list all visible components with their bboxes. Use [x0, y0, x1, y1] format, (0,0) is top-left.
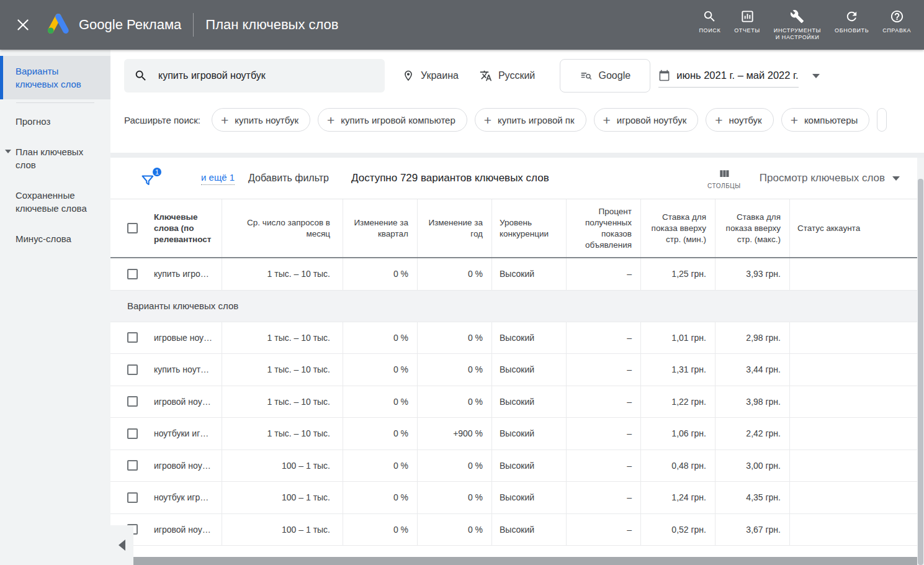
- table-row[interactable]: ноутбук игр… 100 – 1 тыс. 0 % 0 % Высоки…: [110, 482, 917, 514]
- sidebar-item-forecast[interactable]: Прогноз: [0, 106, 110, 137]
- account-status-cell: [790, 418, 917, 450]
- table-header-row: Ключевые слова (по релевантност Ср. числ…: [110, 199, 917, 258]
- add-filter-button[interactable]: Добавить фильтр: [248, 173, 329, 184]
- location-button[interactable]: Украина: [402, 70, 459, 82]
- header-avg-searches[interactable]: Ср. число запросов в месяц: [222, 199, 343, 257]
- close-icon[interactable]: [15, 17, 31, 33]
- help-action-button[interactable]: СПРАВКА: [882, 9, 911, 34]
- suggestion-chip[interactable]: + компьютеры: [781, 108, 870, 132]
- tools-action-button[interactable]: ИНСТРУМЕНТЫ И НАСТРОЙКИ: [774, 9, 821, 41]
- search-action-button[interactable]: ПОИСК: [699, 9, 721, 34]
- sidebar-item-negative-keywords[interactable]: Минус-слова: [0, 224, 110, 254]
- chevron-down-icon[interactable]: [5, 150, 11, 153]
- sidebar-item-keyword-ideas[interactable]: Варианты ключевых слов: [0, 56, 110, 99]
- table-row[interactable]: ноутбуки иг… 1 тыс. – 10 тыс. 0 % +900 %…: [110, 418, 917, 450]
- reports-icon: [740, 9, 755, 24]
- table-row[interactable]: игровой ноу… 100 – 1 тыс. 0 % 0 % Высоки…: [110, 450, 917, 482]
- suggestion-chip[interactable]: + купить игровой пк: [475, 108, 586, 132]
- row-checkbox[interactable]: [127, 460, 138, 471]
- year-change-cell: 0 %: [418, 450, 492, 482]
- partial-chip[interactable]: [877, 108, 887, 132]
- quarter-change-cell: 0 %: [343, 450, 418, 482]
- vertical-scrollbar-thumb[interactable]: [918, 179, 923, 565]
- tools-action-label: ИНСТРУМЕНТЫ И НАСТРОЙКИ: [774, 27, 821, 41]
- columns-icon: [718, 168, 730, 180]
- quarter-change-cell: 0 %: [343, 354, 418, 386]
- plus-icon: +: [484, 114, 491, 127]
- top-bid-min-cell: 1,06 грн.: [641, 418, 715, 450]
- location-pin-icon: [402, 70, 415, 82]
- top-bid-max-cell: 2,98 грн.: [715, 322, 790, 354]
- expand-search-label: Расширьте поиск:: [124, 115, 200, 125]
- row-checkbox[interactable]: [127, 269, 138, 279]
- suggestion-chip-label: купить игровой пк: [498, 115, 575, 125]
- keyword-text: купить игро…: [154, 269, 209, 279]
- main-content: Украина Русский Google июнь 2021 г. – ма…: [110, 50, 924, 565]
- suggestion-chip[interactable]: + купить ноутбук: [212, 108, 310, 132]
- impression-share-cell: –: [567, 322, 641, 354]
- sidebar-item-saved-keywords[interactable]: Сохраненные ключевые слова: [0, 180, 110, 224]
- date-range-selector[interactable]: июнь 2021 г. – май 2022 г.: [658, 64, 819, 88]
- suggestion-chip-label: компьютеры: [804, 115, 858, 125]
- header-top-bid-min[interactable]: Ставка для показа вверху стр. (мин.): [641, 199, 715, 257]
- header-account-status[interactable]: Статус аккаунта: [790, 199, 917, 257]
- table-row[interactable]: купить ноут… 1 тыс. – 10 тыс. 0 % 0 % Вы…: [110, 354, 917, 386]
- keyword-cell: купить игро…: [110, 258, 222, 290]
- chevron-down-icon: [892, 176, 900, 181]
- row-checkbox[interactable]: [127, 396, 138, 407]
- select-all-checkbox[interactable]: [127, 223, 138, 233]
- table-row[interactable]: игровые ноу… 1 тыс. – 10 тыс. 0 % 0 % Вы…: [110, 322, 917, 355]
- header-top-bid-max[interactable]: Ставка для показа вверху стр. (макс.): [715, 199, 790, 257]
- table-row[interactable]: игровой ноу… 100 – 1 тыс. 0 % 0 % Высоки…: [110, 514, 917, 546]
- more-filters-link[interactable]: и ещё 1: [201, 172, 235, 185]
- keyword-view-label: Просмотр ключевых слов: [760, 172, 885, 184]
- account-keyword-row[interactable]: купить игро… 1 тыс. – 10 тыс. 0 % 0 % Вы…: [110, 258, 917, 291]
- horizontal-scrollbar-thumb[interactable]: [133, 557, 924, 565]
- account-status-cell: [790, 514, 917, 546]
- impression-share-cell: –: [567, 354, 641, 386]
- header-keyword-label[interactable]: Ключевые слова (по релевантност: [154, 212, 221, 245]
- competition-cell: Высокий: [492, 482, 567, 513]
- keyword-ideas-section-row: Варианты ключевых слов: [110, 291, 917, 322]
- header-competition[interactable]: Уровень конкуренции: [492, 199, 567, 257]
- keyword-search-box[interactable]: [124, 59, 385, 93]
- columns-button-label: СТОЛБЦЫ: [707, 183, 741, 189]
- row-checkbox[interactable]: [127, 428, 138, 439]
- row-checkbox[interactable]: [127, 364, 138, 375]
- topbar-actions: ПОИСК ОТЧЕТЫ ИНСТРУМЕНТЫ И НАСТРОЙКИ ОБН…: [693, 9, 924, 41]
- header-quarter-change[interactable]: Изменение за квартал: [343, 199, 418, 257]
- keyword-cell: игровые ноу…: [110, 322, 222, 354]
- table-row[interactable]: игровой ноу… 1 тыс. – 10 тыс. 0 % 0 % Вы…: [110, 386, 917, 418]
- suggestion-chip[interactable]: + ноутбук: [706, 108, 773, 132]
- top-bid-max-cell: 3,98 грн.: [715, 386, 790, 418]
- row-checkbox[interactable]: [127, 492, 138, 503]
- columns-button[interactable]: СТОЛБЦЫ: [707, 168, 741, 189]
- competition-cell: Высокий: [492, 386, 567, 418]
- language-value: Русский: [498, 70, 535, 81]
- top-bid-min-cell: 1,25 грн.: [641, 258, 715, 290]
- keyword-search-input[interactable]: [157, 70, 375, 82]
- vertical-scrollbar: [917, 158, 924, 565]
- year-change-cell: 0 %: [418, 258, 492, 290]
- language-button[interactable]: Русский: [480, 70, 535, 82]
- network-selector[interactable]: Google: [560, 59, 650, 93]
- plus-icon: +: [791, 114, 798, 127]
- topbar: Google Реклама План ключевых слов ПОИСК …: [0, 0, 924, 50]
- header-impression-share[interactable]: Процент полученных показов объявления: [567, 199, 641, 257]
- refresh-action-button[interactable]: ОБНОВИТЬ: [835, 9, 869, 34]
- scroll-left-button[interactable]: [110, 525, 133, 565]
- horizontal-scrollbar: [133, 557, 924, 565]
- year-change-cell: 0 %: [418, 322, 492, 354]
- search-icon: [702, 9, 717, 24]
- reports-action-button[interactable]: ОТЧЕТЫ: [734, 9, 760, 34]
- suggestion-chip[interactable]: + игровой ноутбук: [594, 108, 699, 132]
- refresh-icon: [845, 9, 859, 24]
- row-checkbox[interactable]: [127, 332, 138, 343]
- keyword-view-dropdown[interactable]: Просмотр ключевых слов: [760, 172, 900, 184]
- sidebar-item-keyword-plan[interactable]: План ключевых слов: [0, 137, 110, 180]
- brand-name: Google Реклама: [79, 17, 181, 33]
- header-year-change[interactable]: Изменение за год: [418, 199, 492, 257]
- impression-share-cell: –: [567, 482, 641, 513]
- filter-funnel-button[interactable]: 1: [140, 168, 158, 188]
- suggestion-chip[interactable]: + купить игровой компьютер: [318, 108, 467, 132]
